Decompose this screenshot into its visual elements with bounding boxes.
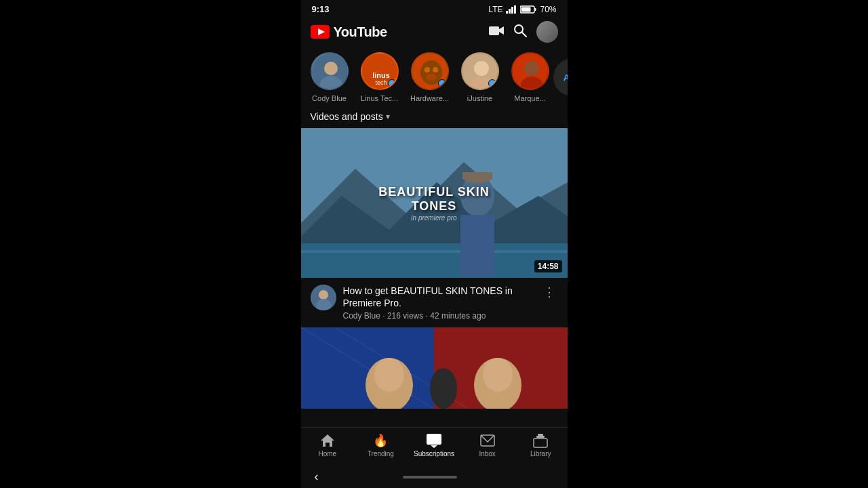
- all-subscriptions-button[interactable]: ALL: [559, 58, 568, 96]
- videos-and-posts-filter[interactable]: Videos and posts ▾: [311, 111, 390, 122]
- svg-marker-54: [431, 445, 437, 448]
- svg-point-11: [515, 25, 523, 33]
- sub-item-marques[interactable]: Marque...: [509, 52, 552, 102]
- main-content[interactable]: BEAUTIFUL SKIN TONES in premiere pro 14:…: [301, 128, 568, 427]
- svg-rect-53: [427, 434, 441, 445]
- nav-trending-label: Trending: [368, 450, 394, 458]
- home-icon: [320, 433, 335, 448]
- video1-views: 216 views: [387, 311, 423, 321]
- sub-avatar-linus: linus tech: [361, 52, 399, 90]
- subscriptions-row: Cody Blue linus tech Linus Tec...: [301, 48, 568, 106]
- sub-name-marques: Marque...: [509, 94, 552, 102]
- logo: YouTube: [311, 24, 387, 40]
- filter-label: Videos and posts: [311, 111, 383, 122]
- svg-rect-9: [489, 26, 499, 35]
- nav-inbox[interactable]: Inbox: [467, 433, 508, 458]
- svg-rect-57: [536, 436, 545, 438]
- nav-home[interactable]: Home: [307, 433, 348, 458]
- camera-icon[interactable]: [489, 24, 504, 40]
- video1-separator: ·: [382, 311, 387, 321]
- ijustine-new-badge: [488, 79, 496, 87]
- header-actions: [489, 21, 558, 43]
- signal-icon: [506, 5, 517, 14]
- svg-rect-33: [301, 243, 568, 278]
- svg-rect-5: [535, 8, 536, 11]
- svg-point-40: [319, 290, 328, 300]
- svg-point-48: [430, 368, 457, 409]
- svg-point-21: [425, 67, 430, 73]
- svg-rect-2: [511, 7, 513, 14]
- video2-bg-svg: [301, 327, 568, 409]
- thumbnail-title-overlay: BEAUTIFUL SKIN TONES in premiere pro: [368, 184, 501, 221]
- lte-icon: LTE: [488, 5, 502, 14]
- battery-percent: 70%: [540, 5, 556, 14]
- sub-avatar-marques: [511, 52, 549, 90]
- video1-channel-avatar[interactable]: [311, 285, 336, 310]
- nav-subscriptions[interactable]: Subscriptions: [414, 433, 454, 458]
- video1-title[interactable]: How to get BEAUTIFUL SKIN TONES in Premi…: [343, 285, 534, 309]
- svg-point-50: [483, 358, 513, 392]
- search-icon[interactable]: [513, 24, 527, 41]
- svg-point-23: [426, 74, 437, 81]
- battery-icon: [520, 5, 536, 14]
- video1-channel: Cody Blue: [343, 311, 380, 321]
- svg-rect-36: [460, 215, 494, 276]
- sub-item-cody-blue[interactable]: Cody Blue: [308, 52, 351, 102]
- svg-rect-56: [534, 439, 547, 447]
- svg-text:tech: tech: [375, 79, 387, 86]
- nav-home-label: Home: [318, 450, 336, 458]
- video2-thumbnail-partial[interactable]: [301, 327, 568, 409]
- home-gesture-pill[interactable]: [403, 476, 457, 479]
- video1-meta: How to get BEAUTIFUL SKIN TONES in Premi…: [343, 285, 534, 321]
- nav-library-label: Library: [530, 450, 551, 458]
- sub-avatar-hardware: [411, 52, 449, 90]
- library-icon: [533, 433, 548, 448]
- all-label: ALL: [564, 73, 568, 83]
- sub-item-ijustine[interactable]: iJustine: [458, 52, 502, 102]
- svg-line-12: [522, 33, 526, 37]
- video1-details: Cody Blue · 216 views · 42 minutes ago: [343, 311, 534, 321]
- status-icons: LTE 70%: [488, 5, 556, 14]
- nav-library[interactable]: Library: [520, 433, 561, 458]
- video1-duration: 14:58: [534, 260, 562, 272]
- svg-point-28: [524, 61, 539, 76]
- sub-avatar-cody-blue: [311, 52, 349, 90]
- gesture-bar: ‹: [301, 464, 568, 488]
- inbox-icon: [480, 433, 495, 448]
- phone-screen: 9:13 LTE 70% YouTube: [301, 0, 568, 488]
- app-header: YouTube: [301, 17, 568, 48]
- cody-blue-channel-avatar: [311, 285, 336, 310]
- svg-point-25: [474, 61, 489, 76]
- youtube-wordmark: YouTube: [334, 24, 387, 40]
- user-avatar[interactable]: [536, 21, 558, 43]
- status-time: 9:13: [312, 4, 330, 14]
- video1-thumbnail[interactable]: BEAUTIFUL SKIN TONES in premiere pro 14:…: [301, 128, 568, 278]
- back-chevron-icon[interactable]: ‹: [315, 470, 319, 484]
- svg-marker-51: [321, 434, 334, 447]
- sub-name-linus: Linus Tec...: [358, 94, 401, 102]
- filter-chevron-icon: ▾: [386, 112, 390, 121]
- video1-time: 42 minutes ago: [430, 311, 486, 321]
- marques-avatar-img: [513, 54, 549, 90]
- nav-trending[interactable]: 🔥 Trending: [360, 433, 401, 458]
- svg-rect-38: [462, 172, 492, 179]
- svg-text:linus: linus: [372, 71, 390, 79]
- sub-item-linus[interactable]: linus tech Linus Tec...: [358, 52, 401, 102]
- all-circle: ALL: [553, 58, 568, 96]
- sub-item-hardware[interactable]: Hardware...: [408, 52, 452, 102]
- svg-rect-34: [301, 250, 568, 253]
- video1-more-button[interactable]: ⋮: [540, 285, 558, 300]
- svg-rect-6: [521, 7, 531, 12]
- svg-rect-58: [538, 434, 543, 436]
- svg-rect-3: [514, 5, 516, 14]
- linus-new-badge: [388, 79, 396, 87]
- youtube-logo-icon: [311, 25, 330, 39]
- svg-text:🔥: 🔥: [373, 433, 388, 448]
- filter-bar: Videos and posts ▾: [301, 106, 568, 128]
- thumb-main-text: BEAUTIFUL SKIN TONES: [368, 184, 501, 214]
- svg-rect-1: [509, 9, 511, 14]
- trending-icon: 🔥: [373, 433, 388, 448]
- status-bar: 9:13 LTE 70%: [301, 0, 568, 17]
- svg-point-22: [433, 67, 438, 73]
- svg-rect-0: [506, 11, 508, 14]
